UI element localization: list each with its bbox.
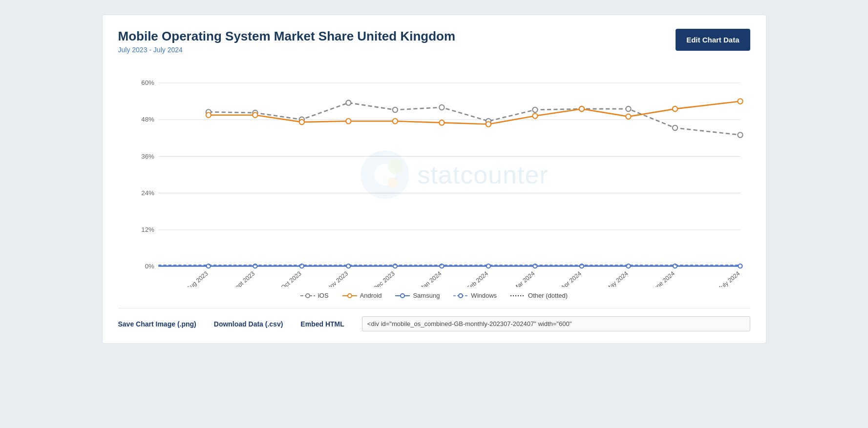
svg-point-33 xyxy=(439,120,444,125)
svg-text:60%: 60% xyxy=(141,79,154,86)
svg-text:Oct 2023: Oct 2023 xyxy=(279,270,302,287)
edit-chart-data-button[interactable]: Edit Chart Data xyxy=(676,29,750,51)
svg-point-31 xyxy=(346,119,351,123)
svg-point-46 xyxy=(440,264,444,268)
svg-text:Apr 2024: Apr 2024 xyxy=(559,270,582,287)
svg-text:Aug 2023: Aug 2023 xyxy=(185,270,209,287)
svg-point-26 xyxy=(672,125,677,130)
svg-point-21 xyxy=(439,105,444,110)
svg-point-44 xyxy=(346,264,350,268)
svg-point-52 xyxy=(738,264,742,268)
svg-point-19 xyxy=(346,101,351,105)
svg-point-49 xyxy=(579,264,583,268)
svg-point-23 xyxy=(532,107,537,112)
chart-svg: 0% 12% 24% 36% 48% 60% xyxy=(118,62,750,287)
top-bar: Mobile Operating System Market Share Uni… xyxy=(118,29,750,54)
chart-legend: iOS Android Samsung Windows xyxy=(118,292,750,299)
svg-point-50 xyxy=(626,264,630,268)
svg-point-25 xyxy=(626,106,631,111)
title-block: Mobile Operating System Market Share Uni… xyxy=(118,29,456,54)
legend-other: Other (dotted) xyxy=(510,292,568,299)
legend-other-label: Other (dotted) xyxy=(528,292,568,299)
svg-text:May 2024: May 2024 xyxy=(605,270,629,287)
svg-text:Sept 2023: Sept 2023 xyxy=(231,270,256,287)
svg-point-30 xyxy=(299,120,304,124)
svg-text:Mar 2024: Mar 2024 xyxy=(512,270,536,287)
svg-point-69 xyxy=(348,294,352,298)
svg-point-34 xyxy=(486,122,490,126)
legend-samsung-label: Samsung xyxy=(413,292,440,299)
legend-android-label: Android xyxy=(360,292,382,299)
chart-title: Mobile Operating System Market Share Uni… xyxy=(118,29,456,44)
svg-point-29 xyxy=(253,113,257,118)
svg-point-35 xyxy=(532,114,537,119)
save-chart-link[interactable]: Save Chart Image (.png) xyxy=(118,320,196,328)
chart-area: statcounter 0% 12% 24% 36% 48% 60% xyxy=(118,62,750,287)
svg-text:24%: 24% xyxy=(141,189,154,197)
legend-android: Android xyxy=(342,292,382,299)
svg-point-36 xyxy=(579,106,584,111)
svg-point-73 xyxy=(459,294,463,298)
svg-point-71 xyxy=(401,294,404,298)
main-card: Mobile Operating System Market Share Uni… xyxy=(102,15,766,344)
svg-text:36%: 36% xyxy=(141,153,154,160)
svg-point-41 xyxy=(206,264,210,268)
svg-text:Jan 2024: Jan 2024 xyxy=(419,270,443,287)
svg-point-47 xyxy=(486,264,490,268)
svg-text:Nov 2023: Nov 2023 xyxy=(325,270,349,287)
legend-ios-label: iOS xyxy=(318,292,329,299)
svg-point-27 xyxy=(738,132,742,137)
legend-windows-label: Windows xyxy=(471,292,497,299)
svg-point-67 xyxy=(306,294,310,298)
svg-point-45 xyxy=(393,264,397,268)
legend-ios: iOS xyxy=(300,292,329,299)
svg-text:12%: 12% xyxy=(141,226,154,233)
legend-windows: Windows xyxy=(453,292,497,299)
embed-html-link[interactable]: Embed HTML xyxy=(300,320,344,328)
svg-point-20 xyxy=(392,107,397,112)
svg-point-39 xyxy=(738,99,742,103)
chart-subtitle: July 2023 - July 2024 xyxy=(118,46,456,54)
embed-input[interactable] xyxy=(362,316,750,331)
svg-text:0%: 0% xyxy=(145,263,154,270)
footer-bar: Save Chart Image (.png) Download Data (.… xyxy=(118,308,750,331)
svg-point-38 xyxy=(672,106,677,111)
svg-point-28 xyxy=(206,113,211,118)
svg-text:Feb 2024: Feb 2024 xyxy=(466,270,489,287)
svg-point-37 xyxy=(626,114,631,119)
svg-text:48%: 48% xyxy=(141,116,154,123)
legend-samsung: Samsung xyxy=(395,292,440,299)
svg-text:June 2024: June 2024 xyxy=(650,270,676,287)
svg-text:Dec 2023: Dec 2023 xyxy=(372,270,396,287)
svg-point-32 xyxy=(392,119,397,123)
svg-point-51 xyxy=(673,264,677,268)
svg-point-43 xyxy=(299,264,303,268)
svg-point-42 xyxy=(253,264,257,268)
download-data-link[interactable]: Download Data (.csv) xyxy=(214,320,283,328)
svg-point-48 xyxy=(533,264,537,268)
svg-text:July 2024: July 2024 xyxy=(717,270,741,287)
